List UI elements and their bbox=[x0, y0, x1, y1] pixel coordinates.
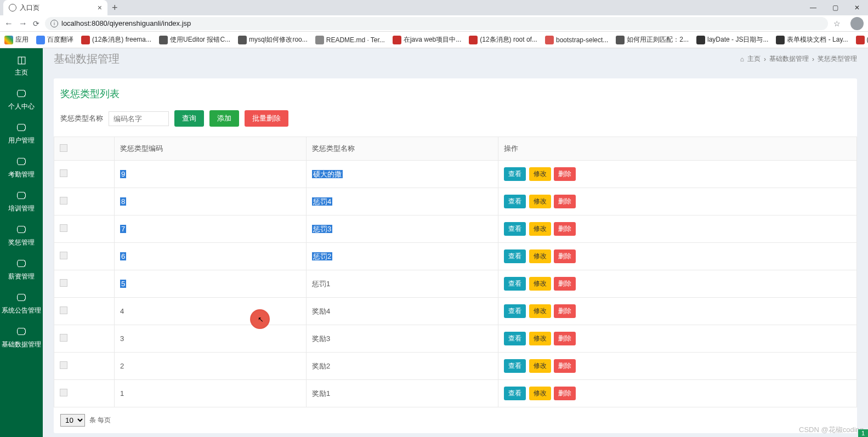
row-checkbox[interactable] bbox=[60, 361, 67, 369]
sidebar-item[interactable]: 🖵基础数据管理 bbox=[0, 321, 43, 355]
close-icon[interactable]: × bbox=[98, 3, 102, 12]
sidebar-item[interactable]: 🖵用户管理 bbox=[0, 117, 43, 151]
monitor-icon: 🖵 bbox=[0, 326, 43, 338]
sidebar-item[interactable]: ◫主页 bbox=[0, 48, 43, 83]
view-button[interactable]: 查看 bbox=[504, 277, 526, 291]
sidebar-item[interactable]: 🖵考勤管理 bbox=[0, 151, 43, 185]
delete-button[interactable]: 删除 bbox=[554, 387, 576, 400]
crumb-section[interactable]: 基础数据管理 bbox=[769, 54, 809, 64]
row-checkbox[interactable] bbox=[60, 334, 67, 342]
pagination: 10 条 每页 bbox=[54, 407, 857, 433]
bookmark-icon bbox=[616, 36, 625, 44]
query-button[interactable]: 查询 bbox=[174, 110, 204, 127]
new-tab-button[interactable]: + bbox=[112, 2, 118, 14]
delete-button[interactable]: 删除 bbox=[554, 222, 576, 236]
star-icon[interactable]: ☆ bbox=[833, 19, 841, 28]
bookmark-item[interactable]: 使用UEditor 报错C... bbox=[159, 35, 230, 44]
row-checkbox[interactable] bbox=[60, 279, 67, 287]
forward-button[interactable]: → bbox=[19, 19, 27, 29]
delete-button[interactable]: 删除 bbox=[554, 277, 576, 291]
sidebar-item[interactable]: 🖵个人中心 bbox=[0, 83, 43, 117]
cell-name: 惩罚2 bbox=[307, 243, 498, 270]
bookmark-item[interactable]: 在java web项目中... bbox=[393, 35, 461, 44]
table-row: 1 奖励1 查看 修改 删除 bbox=[54, 380, 857, 407]
edit-button[interactable]: 修改 bbox=[529, 304, 551, 318]
bookmark-item[interactable]: README.md · Ter... bbox=[315, 35, 385, 44]
delete-button[interactable]: 删除 bbox=[554, 249, 576, 263]
edit-button[interactable]: 修改 bbox=[529, 332, 551, 345]
add-button[interactable]: 添加 bbox=[209, 110, 239, 127]
sidebar-item[interactable]: 🖵奖惩管理 bbox=[0, 219, 43, 253]
bookmark-item[interactable]: layDate - JS日期与... bbox=[696, 35, 768, 44]
cell-code: 1 bbox=[115, 380, 307, 407]
view-button[interactable]: 查看 bbox=[504, 195, 526, 208]
bookmark-item[interactable]: bootstrap-select... bbox=[545, 35, 608, 44]
batch-delete-button[interactable]: 批量删除 bbox=[245, 110, 288, 127]
cell-name: 惩罚4 bbox=[307, 188, 498, 215]
edit-button[interactable]: 修改 bbox=[529, 249, 551, 263]
row-checkbox[interactable] bbox=[60, 252, 67, 259]
bookmark-item[interactable]: (12条消息) freema... bbox=[81, 35, 151, 44]
view-button[interactable]: 查看 bbox=[504, 359, 526, 373]
bookmark-item[interactable]: 百度翻译 bbox=[36, 35, 73, 44]
cell-name: 硕大的撒 bbox=[307, 161, 498, 188]
cell-code: 2 bbox=[115, 353, 307, 380]
row-checkbox[interactable] bbox=[60, 389, 67, 396]
delete-button[interactable]: 删除 bbox=[554, 304, 576, 318]
cell-code: 5 bbox=[115, 270, 307, 298]
url-text: localhost:8080/qiyerenshiguanli/index.js… bbox=[61, 19, 191, 27]
cell-code: 6 bbox=[115, 243, 307, 270]
edit-button[interactable]: 修改 bbox=[529, 195, 551, 208]
monitor-icon: 🖵 bbox=[0, 88, 43, 100]
view-button[interactable]: 查看 bbox=[504, 249, 526, 263]
bookmark-item[interactable]: (12条消息) 关于lay... bbox=[856, 35, 868, 44]
page-size-select[interactable]: 10 bbox=[60, 414, 85, 427]
delete-button[interactable]: 删除 bbox=[554, 195, 576, 208]
data-table: 奖惩类型编码 奖惩类型名称 操作 9 硕大的撒 查看 修改 删除 8 惩罚4 查… bbox=[54, 137, 857, 407]
row-checkbox[interactable] bbox=[60, 169, 67, 177]
url-input[interactable]: i localhost:8080/qiyerenshiguanli/index.… bbox=[45, 17, 828, 30]
sidebar-item[interactable]: 🖵培训管理 bbox=[0, 185, 43, 219]
edit-button[interactable]: 修改 bbox=[529, 167, 551, 181]
delete-button[interactable]: 删除 bbox=[554, 167, 576, 181]
edit-button[interactable]: 修改 bbox=[529, 359, 551, 373]
bookmark-item[interactable]: 表单模块文档 - Lay... bbox=[776, 35, 848, 44]
search-input[interactable] bbox=[109, 111, 169, 126]
bookmark-icon bbox=[469, 36, 478, 44]
crumb-home[interactable]: 主页 bbox=[747, 54, 761, 64]
bookmark-item[interactable]: mysql如何修改roo... bbox=[238, 35, 308, 44]
bookmark-icon bbox=[545, 36, 554, 44]
minimize-button[interactable]: — bbox=[802, 0, 824, 15]
edit-button[interactable]: 修改 bbox=[529, 387, 551, 400]
edit-button[interactable]: 修改 bbox=[529, 277, 551, 291]
view-button[interactable]: 查看 bbox=[504, 304, 526, 318]
view-button[interactable]: 查看 bbox=[504, 167, 526, 181]
row-checkbox[interactable] bbox=[60, 224, 67, 232]
delete-button[interactable]: 删除 bbox=[554, 332, 576, 345]
bookmark-item[interactable]: 如何用正则匹配：2... bbox=[616, 35, 689, 44]
cursor-highlight: ↖ bbox=[250, 309, 270, 329]
view-button[interactable]: 查看 bbox=[504, 387, 526, 400]
table-row: 5 惩罚1 查看 修改 删除 bbox=[54, 270, 857, 298]
row-checkbox[interactable] bbox=[60, 197, 67, 205]
delete-button[interactable]: 删除 bbox=[554, 359, 576, 373]
reload-button[interactable]: ⟳ bbox=[33, 19, 39, 28]
cell-name: 奖励2 bbox=[307, 353, 498, 380]
close-window-button[interactable]: ✕ bbox=[846, 0, 868, 15]
view-button[interactable]: 查看 bbox=[504, 222, 526, 236]
bookmark-item[interactable]: (12条消息) root of... bbox=[469, 35, 537, 44]
cell-code: 4 bbox=[115, 298, 307, 325]
view-button[interactable]: 查看 bbox=[504, 332, 526, 345]
profile-avatar[interactable] bbox=[850, 17, 864, 30]
back-button[interactable]: ← bbox=[4, 19, 13, 29]
browser-tab[interactable]: 入口页 × bbox=[3, 0, 107, 15]
sidebar-item[interactable]: 🖵薪资管理 bbox=[0, 253, 43, 287]
maximize-button[interactable]: ▢ bbox=[824, 0, 846, 15]
row-checkbox[interactable] bbox=[60, 307, 67, 314]
edit-button[interactable]: 修改 bbox=[529, 222, 551, 236]
search-label: 奖惩类型名称 bbox=[60, 113, 103, 123]
sidebar-item[interactable]: 🖵系统公告管理 bbox=[0, 287, 43, 321]
select-all-checkbox[interactable] bbox=[60, 144, 67, 152]
monitor-icon: 🖵 bbox=[0, 190, 43, 202]
apps-button[interactable]: 应用 bbox=[4, 35, 29, 44]
